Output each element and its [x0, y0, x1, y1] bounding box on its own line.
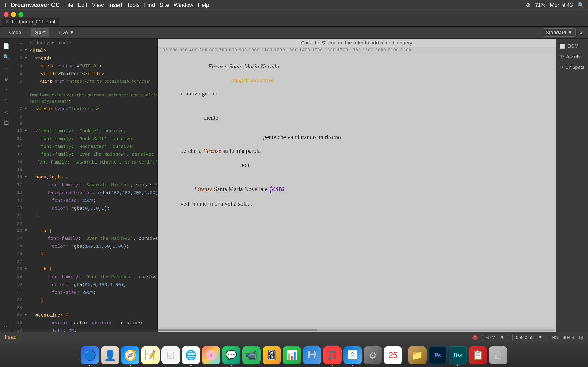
- dock-chrome[interactable]: 🌐: [182, 346, 200, 365]
- dock-numbers[interactable]: 📊: [283, 346, 301, 365]
- sidebar-css-icon[interactable]: #: [1, 74, 11, 84]
- sidebar-insert-icon[interactable]: +: [1, 63, 11, 73]
- dock-dreamweaver[interactable]: Dw: [449, 346, 467, 365]
- menu-view[interactable]: View: [92, 2, 104, 8]
- horizontal-scrollbar[interactable]: [157, 328, 556, 332]
- file-tab[interactable]: ✕ Textpoem_011.html: [2, 18, 59, 26]
- menu-file[interactable]: File: [64, 2, 73, 8]
- dock: 🔵 👤 🧭 📝 ☑ 🌐 🌸 💬 📹 📓 📊 🎞 🎵 🅰: [0, 343, 588, 367]
- code-line: 7 ▼ <style type="text/css">: [13, 105, 157, 113]
- menu-edit[interactable]: Edit: [78, 2, 87, 8]
- dock-calendar[interactable]: 25: [384, 346, 402, 365]
- search-icon[interactable]: 🔍: [578, 2, 584, 8]
- dock-facetime[interactable]: 📹: [242, 346, 261, 365]
- grid-icon[interactable]: ⊞: [579, 334, 583, 341]
- dock-appstore[interactable]: 🅰: [343, 346, 362, 365]
- menu-help[interactable]: Help: [198, 2, 209, 8]
- dock-fileclerk[interactable]: 📁: [408, 346, 426, 365]
- dock-stickies[interactable]: 📝: [141, 346, 160, 365]
- split-button[interactable]: Split: [31, 28, 50, 37]
- maximize-button[interactable]: [18, 12, 23, 17]
- apple-menu[interactable]: : [4, 1, 6, 9]
- code-line: 33: [13, 304, 157, 311]
- tab-bar: ✕ Textpoem_011.html: [0, 17, 588, 27]
- code-editor[interactable]: 1 <!doctype html> 2 ▼ <html> 3 ▼ <head> …: [13, 39, 157, 332]
- spacer: [167, 126, 547, 129]
- dock-notes2[interactable]: 📋: [469, 346, 487, 365]
- status-bar: head ✕ HTML ▼ 569 x 551 ▼ INS 404:9 ⊞: [0, 332, 588, 343]
- dock-messages[interactable]: 💬: [222, 346, 241, 365]
- code-line: 32 }: [13, 296, 157, 304]
- close-tab-icon[interactable]: ✕: [6, 19, 9, 24]
- assets-icon: 🖼: [559, 54, 564, 59]
- dock-dot: [130, 365, 131, 366]
- dock-dot: [89, 365, 90, 366]
- sidebar-assets-icon[interactable]: 🖼: [1, 118, 11, 128]
- dock-photoshop[interactable]: Ps: [428, 346, 447, 365]
- menubar:  Dreamweaver CC File Edit View Insert T…: [0, 0, 588, 10]
- settings-icon[interactable]: ⚙: [579, 30, 583, 35]
- code-line: 5 <title>TextPoem</title>: [13, 70, 157, 78]
- scroll-track[interactable]: [158, 329, 555, 331]
- sidebar-more-icon[interactable]: ⋯: [1, 322, 11, 332]
- dock-keynote[interactable]: 🎞: [303, 346, 321, 365]
- sidebar-snippets-icon[interactable]: ☇: [1, 96, 11, 106]
- dock-contacts[interactable]: 👤: [101, 346, 119, 365]
- rs-dom[interactable]: ⬜ DOM: [556, 41, 588, 51]
- standard-dropdown[interactable]: Standard ▼: [543, 28, 576, 37]
- file-type-selector[interactable]: HTML ▼: [482, 334, 508, 341]
- ruler-numbers: 100 200 300 400 500 600 700 800 900 1000…: [157, 47, 556, 53]
- dock-safari[interactable]: 🧭: [121, 346, 139, 365]
- code-line: 27: [13, 258, 157, 265]
- dock-photos[interactable]: 🌸: [202, 346, 220, 365]
- code-line: 35 margin: auto; position: relative;: [13, 319, 157, 327]
- code-line: 12 font-family: 'Rochester', cursive;: [13, 143, 157, 150]
- dock-reminders[interactable]: ☑: [162, 346, 180, 365]
- menu-tools[interactable]: Tools: [127, 2, 140, 8]
- dock-dot: [457, 365, 458, 366]
- dock-trash[interactable]: 🗑: [489, 346, 507, 365]
- toolbar: Code Split Live ▼ Standard ▼ ⚙: [0, 27, 588, 39]
- menu-site[interactable]: Site: [160, 2, 169, 8]
- chevron-down-icon: ▼: [500, 335, 504, 340]
- right-sidebar: ⬜ DOM 🖼 Assets ✂ Snippets: [556, 39, 588, 332]
- sidebar-dom-icon[interactable]: ▫: [1, 85, 11, 95]
- sidebar-search-icon[interactable]: 🔍: [1, 52, 11, 62]
- code-button[interactable]: Code: [5, 28, 26, 37]
- preview-pane: Click the ▽ icon on the ruler to add a m…: [157, 39, 556, 332]
- battery-status: 71%: [535, 2, 545, 8]
- menu-insert[interactable]: Insert: [108, 2, 122, 8]
- dock-finder[interactable]: 🔵: [81, 346, 99, 365]
- preview-line-8: Firenze Santa Maria Novella e' festa: [167, 181, 547, 195]
- rs-snippets[interactable]: ✂ Snippets: [556, 62, 588, 72]
- wifi-icon: ⊛: [526, 2, 531, 8]
- rs-assets[interactable]: 🖼 Assets: [556, 52, 588, 62]
- scroll-thumb[interactable]: [158, 329, 317, 331]
- preview-line-3: il nuovo giorno: [167, 88, 547, 99]
- menu-window[interactable]: Window: [174, 2, 193, 8]
- code-line: 14 font-family: 'Sawarabi Mincho', sans-…: [13, 158, 157, 166]
- sidebar-git-icon[interactable]: △: [1, 107, 11, 117]
- dock-dot: [190, 365, 191, 366]
- live-button[interactable]: Live ▼: [54, 28, 79, 37]
- dock-notes[interactable]: 📓: [262, 346, 281, 365]
- menu-find[interactable]: Find: [144, 2, 155, 8]
- preview-line-9: vedi niente in una volta sola...: [167, 199, 547, 209]
- sidebar-file-icon[interactable]: 📄: [1, 41, 11, 51]
- code-line: 31 font-size: 200%;: [13, 289, 157, 296]
- dock-dot: [332, 365, 333, 366]
- code-line: 4 <meta charset="UTF-8">: [13, 62, 157, 70]
- breadcrumb-tag: head: [5, 335, 17, 340]
- close-button[interactable]: [4, 12, 9, 17]
- minimize-button[interactable]: [11, 12, 16, 17]
- dimensions-display[interactable]: 569 x 551 ▼: [512, 334, 546, 341]
- code-line: 3 ▼ <head>: [13, 54, 157, 62]
- preview-content[interactable]: Firenze, Santa Maria Novella raggi di so…: [157, 53, 556, 328]
- dock-music[interactable]: 🎵: [323, 346, 342, 365]
- code-line: 23 ▼ .a {: [13, 227, 157, 235]
- dock-syspref[interactable]: ⚙: [363, 346, 382, 365]
- code-line: 22: [13, 220, 157, 227]
- snippets-icon: ✂: [559, 65, 563, 70]
- code-line: 36 left: 0%;: [13, 327, 157, 332]
- dock-dot: [352, 365, 353, 366]
